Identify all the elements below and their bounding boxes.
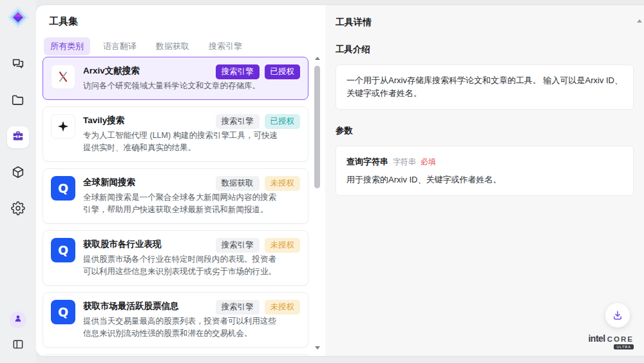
tool-card-tavily-search[interactable]: Tavily搜索专为人工智能代理 (LLM) 构建的搜索引擎工具，可快速提供实时… — [43, 106, 308, 162]
sidebar-item-files[interactable] — [7, 90, 29, 112]
q-logo-icon: Q — [51, 238, 75, 262]
tab-language-translation[interactable]: 语言翻译 — [97, 37, 143, 55]
param-name: 查询字符串 — [346, 155, 388, 168]
tool-description: 提供当天交易量最高的股票列表，投资者可以利用这些信息来识别流动性强的股票和潜在的… — [83, 315, 284, 340]
intro-card: 一个用于从Arxiv存储库搜索科学论文和文章的工具。 输入可以是Arxiv ID… — [336, 64, 634, 110]
category-tag: 搜索引擎 — [216, 238, 260, 253]
main-window: 工具集 所有类别语言翻译数据获取搜索引擎 Arxiv文献搜索访问各个研究领域大量… — [36, 5, 644, 356]
param-type: 字符串 — [393, 155, 416, 168]
sidebar-item-toolbox[interactable] — [7, 126, 29, 148]
sidebar-item-models[interactable] — [7, 162, 29, 184]
sidebar-item-settings[interactable] — [7, 199, 29, 221]
tool-card-global-news-search[interactable]: Q全球新闻搜索全球新闻搜索是一个聚合全球各大新闻网站内容的搜索引擎，帮助用户快速… — [43, 168, 308, 224]
download-button[interactable] — [605, 303, 630, 328]
scroll-up-arrow-icon[interactable] — [315, 57, 320, 60]
page-title: 工具集 — [49, 15, 325, 28]
param-required-badge: 必填 — [421, 155, 436, 168]
list-scrollbar[interactable] — [314, 57, 321, 349]
panel-icon — [12, 338, 24, 353]
tool-card-most-active-stocks[interactable]: Q获取市场最活跃股票信息提供当天交易量最高的股票列表，投资者可以利用这些信息来识… — [43, 292, 308, 348]
star-icon — [51, 114, 75, 139]
sidebar-item-panel-toggle[interactable] — [10, 337, 26, 354]
gear-icon — [11, 201, 25, 218]
detail-scroll-up-arrow-icon[interactable] — [637, 19, 642, 23]
auth-status-badge: 未授权 — [265, 238, 301, 253]
params-heading: 参数 — [336, 125, 634, 137]
tool-detail-panel: 工具详情 工具介绍 一个用于从Arxiv存储库搜索科学论文和文章的工具。 输入可… — [325, 5, 644, 356]
tool-description: 访问各个研究领域大量科学论文和文章的存储库。 — [83, 80, 260, 92]
param-card: 查询字符串 字符串 必填 用于搜索的Arxiv ID、关键字或作者姓名。 — [336, 146, 634, 196]
param-desc: 用于搜索的Arxiv ID、关键字或作者姓名。 — [346, 173, 623, 186]
tab-data-fetch[interactable]: 数据获取 — [149, 37, 196, 55]
tools-panel: 工具集 所有类别语言翻译数据获取搜索引擎 Arxiv文献搜索访问各个研究领域大量… — [36, 5, 325, 356]
cube-icon — [11, 165, 25, 182]
sidebar-item-chat[interactable] — [7, 54, 29, 76]
tool-card-arxiv-search[interactable]: Arxiv文献搜索访问各个研究领域大量科学论文和文章的存储库。搜索引擎已授权 — [43, 57, 308, 100]
user-avatar-icon — [13, 313, 23, 326]
category-tag: 搜索引擎 — [216, 300, 260, 315]
q-logo-icon: Q — [51, 300, 75, 324]
category-tag: 数据获取 — [216, 176, 260, 191]
intro-heading: 工具介绍 — [336, 44, 634, 55]
category-tabs: 所有类别语言翻译数据获取搜索引擎 — [44, 37, 325, 55]
tool-card-stock-industry-performance[interactable]: Q获取股市各行业表现提供股票市场各个行业在特定时间段内的表现。投资者可以利用这些… — [43, 230, 308, 286]
toolbox-icon — [11, 129, 25, 146]
icon-rail — [0, 0, 36, 363]
auth-status-badge: 已授权 — [265, 64, 301, 79]
detail-title: 工具详情 — [336, 17, 634, 28]
auth-status-badge: 已授权 — [265, 114, 301, 129]
app-logo — [6, 5, 30, 30]
intel-core-ultra-logo: intel CORE ultra — [588, 333, 634, 349]
folder-icon — [11, 93, 25, 110]
scrollbar-thumb[interactable] — [314, 66, 320, 188]
download-icon — [612, 309, 623, 321]
tool-description: 提供股票市场各个行业在特定时间段内的表现。投资者可以利用这些信息来识别表现优于或… — [83, 253, 284, 278]
category-tag: 搜索引擎 — [216, 114, 260, 129]
auth-status-badge: 未授权 — [265, 176, 301, 191]
chat-icon — [11, 57, 25, 74]
auth-status-badge: 未授权 — [265, 300, 301, 315]
category-tag: 搜索引擎 — [216, 64, 260, 79]
q-logo-icon: Q — [51, 176, 75, 201]
tool-card-regional-news-query[interactable]: 万维地区新闻查询查询具体行政区划内的新闻，快速了解各地新闻动搜索引擎未授权 — [43, 354, 308, 356]
tab-all-categories[interactable]: 所有类别 — [44, 37, 90, 55]
tool-description: 专为人工智能代理 (LLM) 构建的搜索引擎工具，可快速提供实时、准确和真实的结… — [83, 130, 284, 154]
sidebar-item-user[interactable] — [10, 311, 26, 328]
tool-description: 全球新闻搜索是一个聚合全球各大新闻网站内容的搜索引擎，帮助用户快速获取全球最新资… — [83, 191, 284, 216]
tool-list: Arxiv文献搜索访问各个研究领域大量科学论文和文章的存储库。搜索引擎已授权Ta… — [43, 57, 308, 356]
intro-text: 一个用于从Arxiv存储库搜索科学论文和文章的工具。 输入可以是Arxiv ID… — [346, 75, 623, 98]
arxiv-logo-icon — [51, 64, 75, 89]
tab-search-engine[interactable]: 搜索引擎 — [202, 37, 249, 55]
scroll-down-arrow-icon[interactable] — [315, 346, 320, 349]
